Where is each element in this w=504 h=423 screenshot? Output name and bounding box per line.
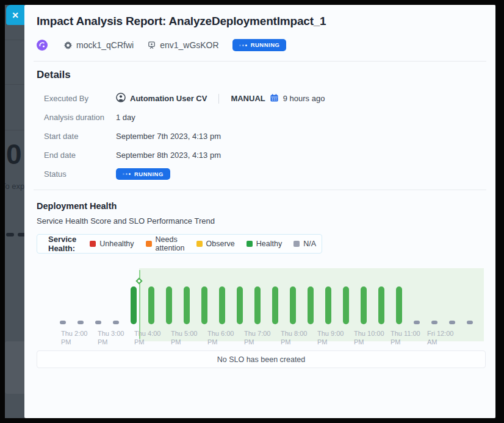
- analysis-duration-value: 1 day: [116, 113, 135, 122]
- health-bar: [308, 286, 314, 324]
- deployment-health-subtitle: Service Health Score and SLO Performance…: [37, 216, 215, 226]
- legend-title: Service Health:: [48, 235, 76, 253]
- user-icon: [116, 93, 126, 104]
- slo-empty-state: No SLO has been created: [37, 350, 486, 368]
- end-date-value: September 8th 2023, 4:13 pm: [116, 151, 221, 160]
- calendar-icon: [270, 93, 279, 104]
- x-axis-tick-label: Thu 6:00 PM: [207, 329, 245, 346]
- service-name: mock1_qCRfwi: [76, 40, 134, 50]
- health-bar: [148, 286, 154, 324]
- legend-item: Observe: [196, 240, 235, 248]
- detail-label: End date: [44, 151, 116, 160]
- legend-item: Unhealthy: [90, 240, 134, 248]
- page-title: Impact Analysis Report: AnalyzeDeploymen…: [37, 15, 326, 28]
- service-meta: mock1_qCRfwi: [63, 40, 134, 50]
- legend-swatch-icon: [90, 241, 96, 247]
- running-dots-icon: [239, 44, 247, 46]
- health-bar: [378, 286, 384, 324]
- health-bar: [166, 286, 172, 324]
- health-bar-chart: Thu 2:00 PMThu 3:00 PMThu 4:00 PMThu 5:0…: [37, 261, 486, 350]
- detail-row-end-date: End date September 8th 2023, 4:13 pm: [44, 146, 471, 165]
- running-dots-icon: [123, 173, 131, 175]
- detail-row-start-date: Start date September 7th 2023, 4:13 pm: [44, 127, 471, 146]
- impact-analysis-modal: Impact Analysis Report: AnalyzeDeploymen…: [24, 5, 495, 418]
- executed-time: 9 hours ago: [283, 94, 325, 103]
- health-bar: [414, 321, 420, 324]
- background-icon-stub: [6, 233, 14, 236]
- x-axis-tick-label: Thu 5:00 PM: [171, 329, 209, 346]
- detail-row-executed-by: Executed By Automation User CV MANUAL 9 …: [44, 89, 471, 108]
- health-bar: [361, 286, 367, 324]
- status-badge-label: RUNNING: [134, 171, 164, 177]
- trigger-type: MANUAL: [231, 94, 265, 103]
- x-axis-tick-label: Thu 7:00 PM: [244, 329, 282, 346]
- service-health-legend: Service Health: UnhealthyNeeds attention…: [37, 234, 322, 254]
- health-bar: [272, 286, 278, 324]
- slo-empty-message: No SLO has been created: [217, 355, 306, 364]
- legend-label: Observe: [206, 240, 235, 248]
- x-axis-tick-label: Thu 4:00 PM: [134, 329, 172, 346]
- health-bar: [184, 286, 190, 324]
- close-button[interactable]: ✕: [6, 5, 24, 25]
- x-axis-tick-label: Thu 10:00 PM: [354, 329, 392, 346]
- x-axis-tick-label: Thu 3:00 PM: [98, 329, 135, 346]
- detail-row-status: Status RUNNING: [44, 165, 471, 183]
- executed-by-user: Automation User CV: [130, 94, 207, 103]
- health-bar: [95, 321, 101, 324]
- health-bar: [60, 321, 66, 324]
- status-badge-running: RUNNING: [232, 39, 287, 51]
- legend-swatch-icon: [293, 241, 300, 247]
- status-badge-running: RUNNING: [116, 168, 170, 180]
- status-badge-label: RUNNING: [251, 42, 280, 48]
- report-meta-row: mock1_qCRfwi env1_wGsKOR RUNNING: [37, 37, 286, 53]
- legend-swatch-icon: [146, 241, 152, 247]
- x-axis-tick-label: Thu 9:00 PM: [317, 329, 355, 346]
- gear-icon: [63, 41, 73, 50]
- app-logo-icon: [37, 40, 48, 51]
- details-table: Executed By Automation User CV MANUAL 9 …: [44, 89, 471, 183]
- header-divider: [34, 61, 486, 62]
- legend-item: Needs attention: [146, 235, 185, 252]
- health-bar: [201, 286, 207, 324]
- legend-label: Unhealthy: [99, 240, 134, 248]
- health-bar: [113, 321, 119, 324]
- legend-swatch-icon: [196, 241, 203, 247]
- health-bar: [254, 286, 261, 324]
- x-axis-tick-label: Thu 2:00 PM: [61, 329, 99, 346]
- x-axis-tick-label: Fri 12:00 AM: [427, 329, 465, 346]
- health-bar: [237, 286, 243, 324]
- detail-label: Status: [44, 169, 116, 179]
- health-bar: [449, 321, 455, 324]
- legend-item: Healthy: [247, 240, 282, 248]
- environment-name: env1_wGsKOR: [160, 40, 218, 50]
- screenshot-stage: 0 To expa ✕ Impact Analysis Report: Anal…: [0, 0, 504, 423]
- health-bar: [325, 286, 331, 324]
- details-heading: Details: [37, 69, 71, 81]
- health-bar: [396, 286, 402, 324]
- legend-label: Healthy: [256, 240, 282, 248]
- detail-label: Executed By: [44, 94, 116, 103]
- vertical-divider: [218, 94, 219, 104]
- section-divider: [34, 190, 486, 190]
- detail-label: Analysis duration: [44, 113, 116, 122]
- health-bar: [131, 286, 137, 324]
- health-bar: [431, 321, 437, 324]
- x-axis-tick-label: Thu 11:00 PM: [391, 329, 428, 346]
- legend-label: N/A: [303, 240, 316, 248]
- health-bar: [77, 321, 84, 324]
- x-axis-tick-label: Thu 8:00 PM: [281, 329, 319, 346]
- detail-label: Start date: [44, 132, 116, 141]
- health-bar: [343, 286, 349, 324]
- background-stat-number: 0: [6, 140, 22, 168]
- legend-item: N/A: [293, 240, 316, 248]
- start-date-value: September 7th 2023, 4:13 pm: [116, 132, 221, 141]
- close-icon: ✕: [12, 10, 19, 20]
- deployment-health-heading: Deployment Health: [37, 201, 117, 211]
- health-bar: [290, 286, 296, 324]
- health-bar: [219, 286, 225, 324]
- environment-meta: env1_wGsKOR: [147, 40, 218, 50]
- environment-icon: [147, 41, 156, 50]
- legend-label: Needs attention: [156, 235, 185, 252]
- health-bar: [467, 321, 473, 324]
- legend-swatch-icon: [247, 241, 253, 247]
